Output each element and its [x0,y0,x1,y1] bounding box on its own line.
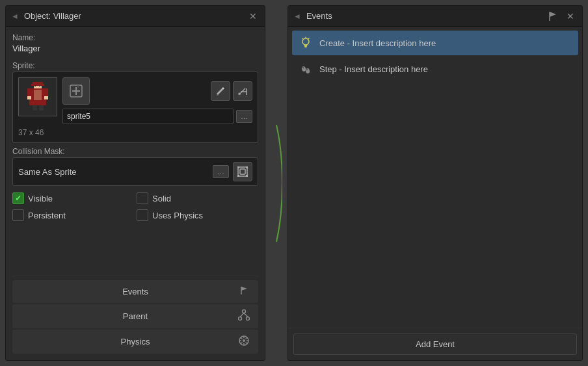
object-panel-header: ◄ Object: Villager ✕ [6,6,265,27]
svg-rect-7 [34,90,42,100]
svg-line-50 [302,38,304,40]
svg-line-42 [246,337,248,339]
checkbox-persistent-label: Persistent [28,211,66,220]
footsteps-icon [299,62,312,75]
physics-settings-icon [238,335,250,346]
sprite-size: 37 x 46 [18,128,252,137]
svg-line-40 [241,337,243,339]
svg-rect-27 [246,175,248,177]
svg-rect-3 [34,85,36,86]
checkbox-persistent[interactable]: Persistent [12,209,134,221]
svg-rect-9 [44,88,48,98]
checkbox-visible[interactable]: Visible [12,192,134,204]
events-button[interactable]: Events [12,280,258,303]
sprite-preview [18,77,57,116]
lightbulb-icon [299,36,312,49]
name-label: Name: [12,33,258,42]
events-flag-header-icon [547,11,557,21]
slice-sprite-icon [237,86,248,96]
svg-rect-24 [237,166,239,168]
sprite-slice-button[interactable] [233,81,252,101]
svg-rect-47 [304,46,307,47]
collapse-arrow[interactable]: ◄ [11,12,19,21]
checkbox-visible-label: Visible [28,194,53,203]
svg-line-33 [244,313,248,317]
checkbox-uses-physics-box[interactable] [137,209,148,221]
svg-rect-12 [33,105,37,111]
sprite-right-col: … [62,77,252,124]
svg-point-30 [239,317,242,320]
sprite-add-button[interactable] [62,77,90,105]
add-sprite-icon [70,85,83,98]
sprite-name-input[interactable] [62,109,234,124]
event-create[interactable]: Create - Insert description here [292,31,578,55]
sprite-edit-button[interactable] [211,81,230,101]
svg-rect-26 [237,175,239,177]
sprite-edit-buttons [211,81,252,101]
physics-button[interactable]: Physics [12,330,258,354]
checkbox-solid-box[interactable] [137,192,148,204]
checkbox-uses-physics[interactable]: Uses Physics [137,209,258,221]
create-event-icon [299,36,313,50]
events-collapse-arrow[interactable]: ◄ [293,12,301,21]
sprite-name-row: … [62,109,252,124]
svg-rect-11 [44,96,48,99]
separator [271,5,282,361]
svg-line-41 [246,343,248,345]
bottom-buttons: Events Parent [12,276,258,354]
collision-label: Collision Mask: [12,147,258,156]
step-event-label: Step - Insert description here [319,64,428,74]
add-event-button[interactable]: Add Event [293,333,577,355]
checkbox-solid-label: Solid [152,194,171,203]
create-event-label: Create - Insert description here [319,38,436,48]
svg-point-45 [302,38,309,45]
svg-line-43 [241,343,243,345]
sprite-more-button[interactable]: … [236,110,252,123]
separator-curve [271,118,282,248]
object-panel: ◄ Object: Villager ✕ Name: Villager Spri… [5,5,265,361]
name-field: Name: Villager [12,33,258,57]
svg-point-29 [243,310,246,313]
villager-sprite [26,82,50,112]
parent-button-label: Parent [33,311,237,321]
svg-rect-10 [27,96,31,99]
object-panel-body: Name: Villager Sprite: [6,27,265,360]
parent-button[interactable]: Parent [12,304,258,328]
flag-icon [237,285,250,298]
checkbox-visible-box[interactable] [12,192,24,204]
events-panel-close[interactable]: ✕ [564,10,577,22]
svg-point-52 [305,68,310,73]
checkbox-uses-physics-label: Uses Physics [152,211,203,220]
checkbox-solid[interactable]: Solid [137,192,258,204]
physics-button-label: Physics [33,337,237,346]
svg-rect-13 [39,105,44,111]
workspace: ◄ Object: Villager ✕ Name: Villager Spri… [0,0,588,366]
physics-icon [237,335,250,348]
svg-line-32 [240,313,244,317]
events-list: Create - Insert description here Step - … [288,27,582,328]
sprite-field: Sprite: [12,61,258,143]
collision-edit-button[interactable] [233,162,252,181]
svg-rect-8 [27,88,31,98]
events-panel-title: Events [306,11,543,21]
svg-point-31 [247,317,250,320]
svg-rect-22 [238,167,247,176]
sprite-top-row: … [18,77,252,124]
step-event-icon [299,62,313,76]
collision-field: Collision Mask: Same As Sprite … [12,147,258,186]
events-panel: ◄ Events ✕ C [287,5,583,361]
checkbox-persistent-box[interactable] [12,209,24,221]
collision-more-button[interactable]: … [213,165,229,178]
object-panel-title: Object: Villager [24,11,243,21]
event-step[interactable]: Step - Insert description here [292,57,578,81]
checkbox-grid: Visible Solid Persistent Uses Physics [12,190,258,224]
svg-rect-2 [31,84,44,86]
events-button-label: Events [33,287,237,296]
collision-row: Same As Sprite … [12,157,258,186]
object-panel-close[interactable]: ✕ [247,10,260,22]
svg-rect-25 [246,166,248,168]
svg-line-49 [308,38,310,40]
collision-mask-icon [237,166,248,177]
events-panel-header: ◄ Events ✕ [288,6,582,27]
collision-value: Same As Sprite [18,167,209,177]
